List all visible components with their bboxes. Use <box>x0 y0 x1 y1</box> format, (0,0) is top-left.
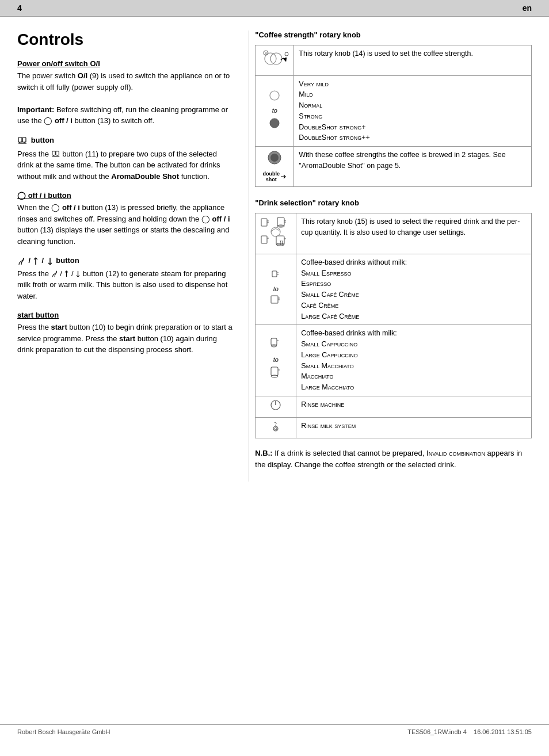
svg-text:P: P <box>265 51 268 55</box>
footer-file-date: TES506_1RW.indb 4 16.06.2011 13:51:05 <box>407 728 532 735</box>
svg-point-46 <box>274 427 277 430</box>
strength-rotary-icon: P <box>260 48 289 69</box>
double-cup-title: button <box>17 136 235 146</box>
right-column: "Coffee strength" rotary knob P <box>249 30 532 482</box>
section-start-button: start button Press the start button (10)… <box>17 311 235 356</box>
svg-rect-19 <box>261 219 267 226</box>
double-cup-inline-icon <box>51 150 60 159</box>
svg-rect-35 <box>271 296 278 303</box>
page-number: 4 <box>17 3 22 13</box>
steam-inline-icon <box>51 270 58 278</box>
double-shot-label: doubleshot <box>263 171 280 184</box>
section-double-cup: button Press the button (11) to prepare … <box>17 136 235 182</box>
to-label-no-milk: to <box>258 284 293 294</box>
nb-label: N.B.: <box>255 449 272 457</box>
steam2-inline-icon <box>75 270 81 277</box>
strength-intro-row: P This rot <box>256 45 532 76</box>
drink-no-milk-row: to Coffee-based drinks without milk: <box>256 254 532 325</box>
hot-water-icon <box>33 257 39 265</box>
svg-point-45 <box>273 426 278 431</box>
language-indicator: en <box>523 3 532 13</box>
svg-rect-5 <box>52 151 55 155</box>
strength-intro-text: This rotary knob (14) is used to set the… <box>294 45 532 76</box>
svg-rect-26 <box>261 236 267 243</box>
drink-knob-icon <box>260 216 291 247</box>
double-shot-icon-cell: doubleshot <box>256 147 294 187</box>
rinse-milk-text: Rinse milk system <box>296 417 532 438</box>
strong-icon <box>269 117 280 129</box>
drink-intro-text: This rotary knob (15) is used to select … <box>296 213 532 254</box>
off-button-title: ◯ off / i button <box>17 191 235 200</box>
off-button-body: When the ◯ off / i button (13) is presse… <box>17 202 235 247</box>
rinse-milk-icon-cell <box>256 417 296 438</box>
drink-no-milk-icon-cell: to <box>256 254 296 325</box>
nb-section: N.B.: If a drink is selected that cannot… <box>255 448 532 470</box>
drink-intro-icon-cell <box>256 213 296 254</box>
rinse-milk-icon <box>270 421 281 432</box>
svg-point-14 <box>285 52 288 56</box>
steam-button-body: Press the / / button (12) to generate st… <box>17 268 235 302</box>
double-cup-icon <box>17 136 28 146</box>
strength-intro-icon-cell: P <box>256 45 294 76</box>
drink-with-milk-row: to Coffee-based drinks with milk: <box>256 325 532 396</box>
double-cup-body: Press the button (11) to prepare two cup… <box>17 148 235 182</box>
drink-selection-section: "Drink selection" rotary knob <box>255 198 532 470</box>
svg-rect-32 <box>272 271 277 277</box>
drink-selection-title: "Drink selection" rotary knob <box>255 198 532 207</box>
svg-rect-38 <box>271 338 277 345</box>
rinse-machine-text: Rinse machine <box>296 396 532 417</box>
rinse-machine-icon <box>270 399 281 411</box>
important-label: Important: <box>17 105 54 114</box>
rinse-machine-row: Rinse machine <box>256 396 532 417</box>
svg-point-16 <box>270 119 279 128</box>
hot-water-inline-icon <box>64 270 69 277</box>
strength-levels-text: Very mild Mild Normal Strong DoubleShot … <box>294 75 532 147</box>
section-power-switch: Power on/off switch O/I The power switch… <box>17 59 235 127</box>
footer: Robert Bosch Hausgeräte GmbH TES506_1RW.… <box>0 724 549 739</box>
footer-company: Robert Bosch Hausgeräte GmbH <box>17 728 110 735</box>
start-button-body: Press the start button (10) to begin dri… <box>17 322 235 356</box>
to-label-with-milk: to <box>258 355 293 365</box>
to-label-strength: to <box>258 106 291 115</box>
coffee-strength-table: P This rot <box>255 45 532 187</box>
steam-icon <box>17 257 25 266</box>
small-espresso-icon <box>271 270 280 279</box>
drink-intro-row: This rotary knob (15) is used to select … <box>256 213 532 254</box>
drink-with-milk-text: Coffee-based drinks with milk: Small Cap… <box>296 325 532 396</box>
left-column: Controls Power on/off switch O/I The pow… <box>17 30 249 482</box>
coffee-strength-section: "Coffee strength" rotary knob P <box>255 30 532 187</box>
svg-rect-6 <box>56 151 59 155</box>
start-button-title: start button <box>17 311 235 319</box>
steam-button-title: / / button <box>17 256 235 266</box>
section-off-button: ◯ off / i button When the ◯ off / i butt… <box>17 191 235 247</box>
large-cafe-icon <box>270 295 281 306</box>
large-macchiato-icon <box>270 366 281 380</box>
svg-point-18 <box>270 154 279 162</box>
mild-icon <box>269 90 280 101</box>
double-shot-text: With these coffee strengths the coffee i… <box>294 147 532 187</box>
section-steam-button: / / button Press the / <box>17 256 235 301</box>
coffee-strength-title: "Coffee strength" rotary knob <box>255 30 532 39</box>
double-shot-filled-icon <box>267 150 282 165</box>
drink-selection-table: This rotary knob (15) is used to select … <box>255 213 532 438</box>
nb-text: If a drink is selected that cannot be pr… <box>255 449 522 469</box>
arrow-right-icon <box>281 174 287 180</box>
strength-levels-row: to Very mild Mild Normal Strong <box>256 75 532 147</box>
power-switch-title: Power on/off switch O/I <box>17 59 235 68</box>
svg-rect-41 <box>271 367 278 376</box>
double-shot-row: doubleshot With these coffee strengths t… <box>256 147 532 187</box>
drink-no-milk-text: Coffee-based drinks without milk: Small … <box>296 254 532 325</box>
strength-levels-icon-cell: to <box>256 75 294 147</box>
power-switch-body: The power switch O/I (9) is used to swit… <box>17 70 235 127</box>
page-title: Controls <box>17 30 235 49</box>
svg-point-15 <box>270 91 279 100</box>
drink-with-milk-icon-cell: to <box>256 325 296 396</box>
svg-rect-0 <box>18 138 22 142</box>
steam2-icon <box>47 257 53 265</box>
main-content: Controls Power on/off switch O/I The pow… <box>0 17 549 493</box>
small-cappuccino-icon <box>270 338 281 350</box>
rinse-machine-icon-cell <box>256 396 296 417</box>
rinse-milk-row: Rinse milk system <box>256 417 532 438</box>
header-bar: 4 en <box>0 0 549 17</box>
svg-rect-1 <box>22 138 26 142</box>
